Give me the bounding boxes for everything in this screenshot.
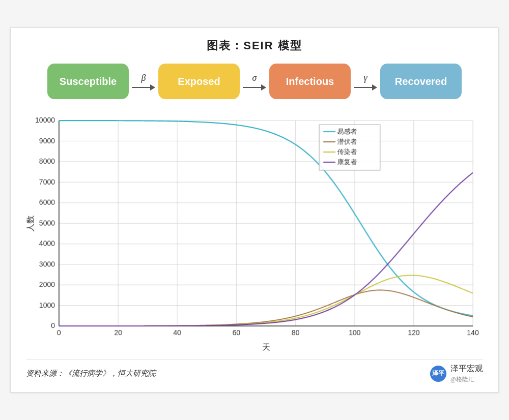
brand-name: 泽平宏观 (450, 364, 483, 374)
seir-flow-diagram: Susceptible β Exposed σ Infectious γ (26, 64, 483, 99)
recovered-box: Recovered (380, 64, 462, 99)
infectious-box: Infectious (269, 64, 351, 99)
main-card: 图表：SEIR 模型 Susceptible β Exposed σ Infec… (10, 27, 499, 393)
susceptible-box: Susceptible (47, 64, 129, 99)
arrow-gamma: γ (354, 73, 377, 91)
arrow-beta: β (132, 73, 155, 91)
brand-logo: 泽平 (430, 366, 446, 382)
chart-container (26, 110, 483, 354)
brand-area: 泽平 泽平宏观 @格隆汇 (430, 364, 483, 384)
seir-chart-canvas (26, 110, 483, 354)
page-title: 图表：SEIR 模型 (26, 38, 483, 53)
source-text: 资料来源：《流行病学》，恒大研究院 (26, 369, 156, 378)
footer: 资料来源：《流行病学》，恒大研究院 泽平 泽平宏观 @格隆汇 (26, 359, 483, 384)
exposed-box: Exposed (158, 64, 240, 99)
arrow-sigma: σ (243, 73, 266, 91)
brand-handle: @格隆汇 (450, 375, 483, 384)
